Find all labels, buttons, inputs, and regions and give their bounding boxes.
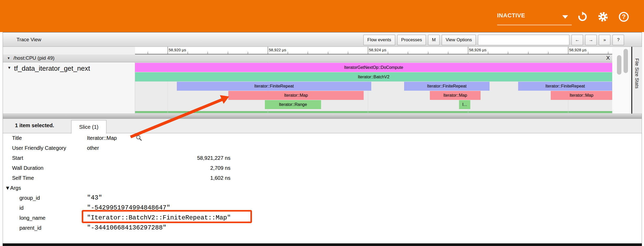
svg-text:?: ? (622, 13, 626, 20)
ruler-minor-tick (328, 52, 328, 54)
overview-strip (135, 111, 612, 113)
ruler-left-spacer (3, 47, 135, 54)
detail-value: 2,709 ns (87, 164, 230, 172)
ruler-minor-tick (348, 52, 348, 54)
toolbar-button-processes[interactable]: Processes (397, 35, 426, 45)
arg-value: "Iterator::BatchV2::FiniteRepeat::Map" (87, 214, 231, 222)
close-icon[interactable]: X (605, 55, 611, 61)
detail-label: Wall Duration (12, 164, 43, 172)
arg-name: long_name (19, 214, 45, 222)
toolbar-button-view-options[interactable]: View Options (442, 35, 476, 45)
arg-row-long_name: long_name"Iterator::BatchV2::FiniteRepea… (3, 214, 642, 222)
analysis-panel-header: 1 item selected. Slice (1) (3, 119, 642, 133)
trace-slice[interactable]: Iterator::Range (265, 100, 321, 109)
track-label-panel: ▾tf_data_iterator_get_next (3, 62, 135, 114)
ruler-major-tick (568, 47, 568, 54)
side-tab-label: File Size Stats (634, 58, 640, 89)
trace-viewer-app: INACTIVE ? Trace Vie (0, 0, 644, 246)
tab-file-size-stats[interactable]: File Size Stats (632, 47, 642, 114)
ruler-minor-tick (608, 52, 608, 54)
ruler-minor-tick (488, 52, 488, 54)
ruler-minor-tick (408, 52, 408, 54)
trace-slice[interactable]: IteratorGetNextOp::DoCompute (135, 63, 612, 72)
ruler-minor-tick (388, 52, 388, 54)
chevron-down-icon (562, 15, 568, 19)
arg-row-parent_id: parent_id"-344106684136297288" (3, 224, 642, 232)
args-section-toggle[interactable]: ▼Args (5, 184, 21, 192)
page-title: Trace View (17, 37, 41, 43)
trace-window: Trace View Flow eventsProcessesMView Opt… (3, 32, 642, 246)
nav-left-button[interactable]: ← (571, 35, 583, 45)
trace-slice[interactable]: Iterator::FiniteRepeat (177, 82, 371, 91)
detail-value: 1,602 ns (87, 174, 230, 182)
timeline-canvas[interactable]: IteratorGetNextOp::DoComputeIterator::Ba… (135, 62, 612, 114)
ruler-minor-tick (228, 52, 228, 54)
ruler-minor-tick (248, 52, 248, 54)
thread-name: tf_data_iterator_get_next (14, 64, 90, 72)
detail-value: Iterator::Map (87, 134, 117, 142)
ruler-tick-label: 58,928 µs (569, 48, 586, 52)
nav-right-button[interactable]: → (585, 35, 597, 45)
ruler-tick-label: 58,926 µs (469, 48, 486, 52)
tab-slice-label: Slice (1) (79, 124, 98, 130)
dropdown-underline (497, 25, 572, 25)
help-icon[interactable]: ? (619, 12, 629, 22)
toolbar-button-m[interactable]: M (428, 35, 440, 45)
tab-slice[interactable]: Slice (1) (71, 120, 106, 134)
toolbar-button-flow-events[interactable]: Flow events (363, 35, 395, 45)
vertical-scrollbar-thumb[interactable] (617, 55, 621, 75)
ruler-major-tick (468, 47, 468, 54)
ruler-minor-tick (528, 52, 528, 54)
trace-slice[interactable]: Iterator::BatchV2 (135, 72, 612, 81)
ruler-minor-tick (308, 52, 308, 54)
trace-toolbar: Trace View Flow eventsProcessesMView Opt… (3, 33, 642, 47)
ruler-minor-tick (428, 52, 428, 54)
arg-value: "43" (87, 194, 102, 202)
run-status-label: INACTIVE (497, 12, 525, 19)
ruler-tick-label: 58,920 µs (169, 48, 186, 52)
collapse-triangle-icon[interactable]: ▾ (8, 65, 11, 70)
run-status-dropdown[interactable]: INACTIVE (497, 12, 572, 25)
arg-row-group_id: group_id"43" (3, 194, 642, 202)
arg-value: "-344106684136297288" (87, 224, 166, 232)
trace-slice[interactable]: Iterator::FiniteRepeat (404, 82, 490, 91)
detail-label: Title (12, 134, 22, 142)
ruler-minor-tick (188, 52, 188, 54)
detail-row: Self Time1,602 ns (3, 174, 642, 182)
detail-label: Self Time (12, 174, 34, 182)
trace-slice[interactable]: I... (459, 100, 470, 109)
detail-row: Start58,921,227 ns (3, 154, 642, 162)
ruler-minor-tick (288, 52, 288, 54)
collapse-triangle-icon[interactable]: ▾ (8, 56, 10, 60)
trace-slice[interactable]: Iterator::Map (551, 91, 612, 100)
process-row[interactable]: ▾ /host:CPU (pid 49) X (3, 54, 612, 62)
nav-more-button[interactable]: » (599, 35, 610, 45)
selection-summary: 1 item selected. (15, 122, 54, 129)
ruler-tick-label: 58,922 µs (269, 48, 286, 52)
thread-row-toggle[interactable]: ▾tf_data_iterator_get_next (8, 64, 90, 73)
ruler-major-tick (368, 47, 368, 54)
ruler-tick-label: 58,924 µs (369, 48, 386, 52)
ruler-minor-tick (208, 52, 208, 54)
trace-slice[interactable]: Iterator::Map (228, 91, 364, 100)
arg-name: group_id (19, 194, 40, 202)
timeline-ruler[interactable]: 58,920 µs58,922 µs58,924 µs58,926 µs58,9… (135, 47, 612, 54)
detail-value: 58,921,227 ns (87, 154, 230, 162)
toolbar-button-group: Flow eventsProcessesMView Options←→»? (363, 35, 624, 45)
ruler-minor-tick (448, 52, 448, 54)
nav-help-button[interactable]: ? (612, 35, 624, 45)
vertical-scrollbar-thumb[interactable] (624, 49, 628, 73)
detail-row: Wall Duration2,709 ns (3, 164, 642, 172)
panel-splitter[interactable] (3, 114, 642, 119)
refresh-icon[interactable] (577, 12, 588, 22)
trace-slice[interactable]: Iterator::FiniteRepeat (518, 82, 612, 91)
arg-row-id: id"-5429951974994848647" (3, 204, 642, 212)
window-bottom-edge (3, 243, 642, 246)
settings-gear-icon[interactable] (598, 12, 608, 22)
magnifier-icon[interactable] (136, 135, 142, 144)
detail-value: other (87, 144, 99, 152)
ruler-minor-tick (588, 52, 588, 54)
find-input[interactable] (478, 35, 569, 45)
trace-slice[interactable]: Iterator::Map (430, 91, 481, 100)
ruler-minor-tick (148, 52, 148, 54)
